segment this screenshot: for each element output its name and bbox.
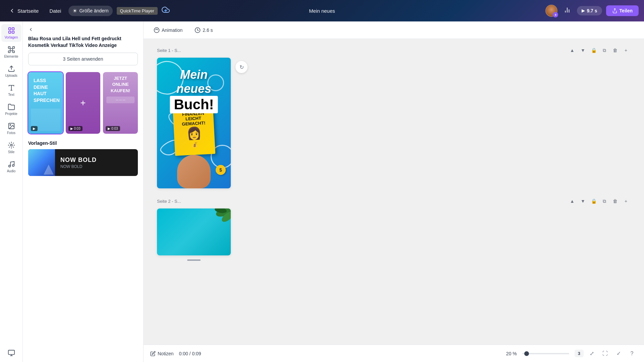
svg-rect-11 <box>12 47 14 49</box>
canvas-frame-2[interactable] <box>157 208 231 255</box>
template-thumb-3[interactable]: JETZTONLINEKAUFEN! — — — ▶ 0:03 <box>103 72 138 134</box>
sidebar-item-audio[interactable]: Audio <box>1 158 21 176</box>
thumb-plus-icon: + <box>66 72 101 134</box>
canvas-frame-1[interactable]: Mein neues Buch! SASCHA GROF <box>157 58 231 188</box>
page-2-lock-button[interactable]: 🔒 <box>589 196 598 206</box>
page-2-controls: ▲ ▼ 🔒 ⧉ 🗑 + <box>568 196 631 206</box>
sidebar-item-projekte[interactable]: Projekte <box>1 101 21 118</box>
text-label: Text <box>8 93 14 97</box>
home-label: Startseite <box>17 8 39 14</box>
style-card[interactable]: NOW BOLD NOW BOLD <box>28 149 138 176</box>
help-button[interactable]: ? <box>627 348 637 359</box>
notes-icon <box>150 351 156 356</box>
page-2-up-button[interactable]: ▲ <box>568 196 577 206</box>
money-bag-icon: 💰 <box>191 140 199 148</box>
main-layout: Vorlagen Elemente Uploads Text Projekte <box>0 21 644 362</box>
canvas-area: Animation 2.6 s Seite 1 - S... ▲ ▼ 🔒 <box>144 21 644 362</box>
page-2-label: Seite 2 - S... <box>157 199 565 204</box>
leaf-decoration <box>204 208 231 233</box>
template-thumbs: LASSDEINEHAUTSPRECHEN ▶ + ▶ 0:03 <box>23 72 143 139</box>
book-illustration: 👩 <box>186 127 202 140</box>
page2-content <box>157 208 231 255</box>
vorlagen-icon <box>8 27 15 34</box>
svg-rect-10 <box>8 47 10 49</box>
elemente-label: Elemente <box>4 55 18 58</box>
home-button[interactable]: Startseite <box>5 5 42 16</box>
fotos-icon <box>8 122 15 130</box>
svg-rect-12 <box>8 51 10 53</box>
page-1-copy-button[interactable]: ⧉ <box>600 46 609 55</box>
file-button[interactable]: Datei <box>46 6 64 16</box>
expand-button[interactable]: ⤢ <box>586 348 597 359</box>
avatar-wrap[interactable]: + <box>545 5 557 17</box>
page-1-down-button[interactable]: ▼ <box>578 46 588 55</box>
page-2-add-button[interactable]: + <box>621 196 631 206</box>
fotos-label: Fotos <box>7 131 15 135</box>
sidebar-item-vorlagen[interactable]: Vorlagen <box>1 24 21 42</box>
svg-point-18 <box>10 124 11 125</box>
chart-icon <box>564 6 571 14</box>
template-thumb-2[interactable]: + ▶ 0:03 <box>66 72 101 134</box>
sidebar-item-uploads[interactable]: Uploads <box>1 62 21 80</box>
canvas-frame-wrap-1: Mein neues Buch! SASCHA GROF <box>157 58 231 188</box>
sidebar-item-more[interactable] <box>1 347 21 359</box>
stile-label: Stile <box>8 150 14 154</box>
slide-indicator <box>187 259 201 261</box>
quicktime-tooltip: QuickTime Player <box>117 7 158 15</box>
notes-button[interactable]: Notizen <box>150 351 173 356</box>
avatar-plus-button[interactable]: + <box>553 12 558 17</box>
sidebar-item-fotos[interactable]: Fotos <box>1 120 21 137</box>
share-button[interactable]: Teilen <box>606 5 639 16</box>
page-2-down-button[interactable]: ▼ <box>578 196 588 206</box>
page-2-delete-button[interactable]: 🗑 <box>610 196 620 206</box>
svg-point-9 <box>10 48 12 51</box>
sidebar-item-elemente[interactable]: Elemente <box>1 43 21 61</box>
svg-rect-13 <box>12 51 14 53</box>
template-thumb-1[interactable]: LASSDEINEHAUTSPRECHEN ▶ <box>28 72 63 134</box>
vorlagen-label: Vorlagen <box>5 36 18 39</box>
sidebar-item-text[interactable]: Text <box>1 81 21 99</box>
fullscreen-button[interactable]: ⛶ <box>600 348 610 359</box>
canvas-frame-wrap-2 <box>157 208 231 255</box>
refresh-button-1[interactable]: ↻ <box>235 61 248 73</box>
check-button[interactable]: ✓ <box>613 348 624 359</box>
page-1-controls: ▲ ▼ 🔒 ⧉ 🗑 + <box>568 46 631 55</box>
page-1-lock-button[interactable]: 🔒 <box>589 46 598 55</box>
thumb-play-3: ▶ 0:03 <box>106 126 120 131</box>
bottom-bar: Notizen 0:00 / 0:09 20 % 3 ⤢ ⛶ ✓ ? <box>144 345 644 362</box>
uploads-label: Uploads <box>5 74 17 77</box>
zoom-display: 20 % <box>506 351 517 356</box>
size-change-button[interactable]: ☀ Größe ändern <box>68 6 112 16</box>
back-button[interactable] <box>28 27 34 32</box>
play-time-label: 9.7 s <box>587 8 597 13</box>
hand-graphic <box>177 155 211 188</box>
sidebar-item-stile[interactable]: Stile <box>1 139 21 157</box>
time-button[interactable]: 2.6 s <box>191 25 216 35</box>
page-2-copy-button[interactable]: ⧉ <box>600 196 609 206</box>
zoom-slider[interactable] <box>522 353 569 354</box>
play-time-button[interactable]: ▶ 9.7 s <box>577 6 602 15</box>
page-2-header: Seite 2 - S... ▲ ▼ 🔒 ⧉ 🗑 + <box>157 196 631 206</box>
back-arrow-icon <box>9 7 15 14</box>
icon-sidebar: Vorlagen Elemente Uploads Text Projekte <box>0 21 23 362</box>
share-icon <box>612 8 618 13</box>
animation-button[interactable]: Animation <box>150 25 186 35</box>
page1-title: Mein neues Buch! <box>170 68 218 113</box>
more-icon <box>8 349 15 357</box>
svg-marker-25 <box>44 165 54 175</box>
page-1-up-button[interactable]: ▲ <box>568 46 577 55</box>
project-title[interactable]: Mein neues <box>309 8 335 14</box>
canvas-scroll[interactable]: Seite 1 - S... ▲ ▼ 🔒 ⧉ 🗑 + <box>144 39 644 345</box>
clock-icon <box>195 27 201 33</box>
topbar-center: Mein neues <box>309 8 335 14</box>
projekte-icon <box>8 103 15 111</box>
stats-button[interactable] <box>561 4 573 17</box>
svg-rect-22 <box>8 350 14 355</box>
page-card-1: Seite 1 - S... ▲ ▼ 🔒 ⧉ 🗑 + <box>157 46 631 188</box>
page1-title-line1: Mein neues <box>170 68 218 96</box>
page-1-add-button[interactable]: + <box>621 46 631 55</box>
page-1-delete-button[interactable]: 🗑 <box>610 46 620 55</box>
apply-all-button[interactable]: 3 Seiten anwenden <box>28 53 138 65</box>
cloud-save-button[interactable] <box>162 6 170 16</box>
panel-sidebar: Blau Rosa und Lila Hell und Fett gedruck… <box>23 21 144 362</box>
